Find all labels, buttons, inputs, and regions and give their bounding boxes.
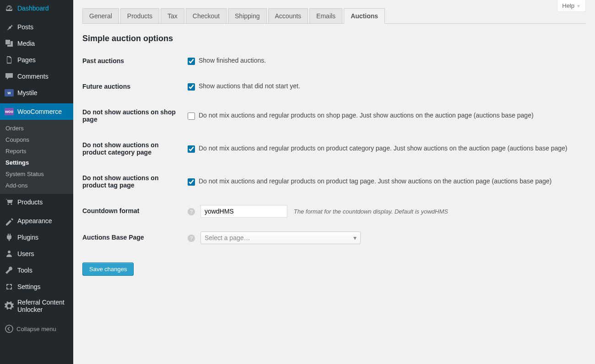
basepage-select[interactable]: Select a page… ▾ xyxy=(200,231,361,244)
past-auctions-checkbox[interactable] xyxy=(188,58,195,65)
tag-page-desc: Do not mix auctions and regular products… xyxy=(199,177,552,185)
menu-plugins[interactable]: Plugins xyxy=(0,229,73,246)
countdown-label: Countdown format xyxy=(82,198,183,225)
woocommerce-submenu: Orders Coupons Reports Settings System S… xyxy=(0,120,73,194)
menu-mystile[interactable]: wMystile xyxy=(0,85,73,101)
future-auctions-label: Future auctions xyxy=(82,74,183,99)
category-page-label: Do not show auctions on product category… xyxy=(82,132,183,165)
submenu-system-status[interactable]: System Status xyxy=(0,168,73,180)
category-page-checkbox[interactable] xyxy=(188,145,195,153)
menu-label: Products xyxy=(17,198,43,206)
tab-accounts[interactable]: Accounts xyxy=(268,8,308,24)
section-title: Simple auction options xyxy=(82,34,586,43)
media-icon xyxy=(5,39,14,48)
menu-referral[interactable]: Referral Content Unlocker xyxy=(0,295,73,317)
past-auctions-desc: Show finished auctions. xyxy=(199,57,266,64)
submenu-reports[interactable]: Reports xyxy=(0,145,73,157)
submenu-coupons[interactable]: Coupons xyxy=(0,134,73,145)
settings-icon xyxy=(5,282,14,291)
help-tip-icon[interactable]: ? xyxy=(188,235,195,242)
submenu-orders[interactable]: Orders xyxy=(0,123,73,134)
help-label: Help xyxy=(562,2,574,9)
submenu-settings[interactable]: Settings xyxy=(0,157,73,168)
shop-page-desc: Do not mix auctions and regular products… xyxy=(199,112,534,119)
collapse-label: Collapse menu xyxy=(16,326,56,332)
settings-form-table: Past auctions Show finished auctions. Fu… xyxy=(82,48,586,251)
settings-tabs: General Products Tax Checkout Shipping A… xyxy=(82,8,586,24)
menu-label: Dashboard xyxy=(17,5,49,12)
pin-icon xyxy=(5,22,14,32)
main-content: Help▼ General Products Tax Checkout Ship… xyxy=(73,0,595,364)
menu-comments[interactable]: Comments xyxy=(0,68,73,85)
woocommerce-icon: woo xyxy=(5,107,14,116)
tab-products[interactable]: Products xyxy=(120,8,159,24)
countdown-desc: The format for the countdown display. De… xyxy=(294,208,448,215)
menu-media[interactable]: Media xyxy=(0,35,73,52)
past-auctions-label: Past auctions xyxy=(82,48,183,74)
menu-label: Pages xyxy=(17,56,36,64)
cart-icon xyxy=(5,198,14,207)
dashboard-icon xyxy=(5,4,14,13)
menu-settings[interactable]: Settings xyxy=(0,278,73,295)
menu-label: Media xyxy=(17,40,35,47)
gear-icon xyxy=(5,301,14,310)
menu-label: Referral Content Unlocker xyxy=(17,299,69,313)
help-tip-icon[interactable]: ? xyxy=(188,208,195,215)
tab-shipping[interactable]: Shipping xyxy=(228,8,267,24)
menu-label: Mystile xyxy=(17,89,38,96)
submenu-addons[interactable]: Add-ons xyxy=(0,180,73,191)
menu-label: Posts xyxy=(17,23,33,31)
future-auctions-checkbox[interactable] xyxy=(188,83,195,91)
menu-label: Tools xyxy=(17,267,32,274)
future-auctions-desc: Show auctions that did not start yet. xyxy=(199,82,300,90)
chevron-down-icon: ▾ xyxy=(353,234,357,241)
tab-auctions[interactable]: Auctions xyxy=(344,8,385,24)
collapse-menu[interactable]: Collapse menu xyxy=(0,321,73,337)
tools-icon xyxy=(5,266,14,275)
tab-tax[interactable]: Tax xyxy=(161,8,184,24)
menu-label: Plugins xyxy=(17,234,38,241)
menu-appearance[interactable]: Appearance xyxy=(0,213,73,229)
chevron-down-icon: ▼ xyxy=(576,4,581,9)
countdown-format-input[interactable] xyxy=(200,205,287,218)
tab-general[interactable]: General xyxy=(82,8,119,24)
menu-label: WooCommerce xyxy=(17,108,62,115)
mystile-icon: w xyxy=(5,88,14,97)
save-changes-button[interactable]: Save changes xyxy=(82,262,134,276)
menu-label: Users xyxy=(17,250,34,257)
admin-sidebar: Dashboard Posts Media Pages Comments wMy… xyxy=(0,0,73,364)
basepage-label: Auctions Base Page xyxy=(82,225,183,251)
menu-tools[interactable]: Tools xyxy=(0,262,73,278)
menu-users[interactable]: Users xyxy=(0,246,73,262)
comments-icon xyxy=(5,72,14,81)
menu-pages[interactable]: Pages xyxy=(0,52,73,68)
collapse-icon xyxy=(5,324,14,333)
menu-label: Settings xyxy=(17,283,41,290)
help-tab[interactable]: Help▼ xyxy=(557,0,586,12)
menu-posts[interactable]: Posts xyxy=(0,19,73,35)
shop-page-label: Do not show auctions on shop page xyxy=(82,99,183,132)
tab-checkout[interactable]: Checkout xyxy=(186,8,227,24)
appearance-icon xyxy=(5,216,14,225)
basepage-placeholder: Select a page… xyxy=(205,234,250,241)
svg-point-0 xyxy=(5,325,13,332)
menu-label: Appearance xyxy=(17,217,52,225)
menu-woocommerce[interactable]: wooWooCommerce xyxy=(0,103,73,120)
users-icon xyxy=(5,249,14,258)
pages-icon xyxy=(5,55,14,64)
menu-label: Comments xyxy=(17,73,49,80)
tag-page-label: Do not show auctions on product tag page xyxy=(82,165,183,198)
shop-page-checkbox[interactable] xyxy=(188,112,195,120)
tag-page-checkbox[interactable] xyxy=(188,178,195,186)
category-page-desc: Do not mix auctions and regular products… xyxy=(199,145,568,152)
plugins-icon xyxy=(5,233,14,242)
menu-dashboard[interactable]: Dashboard xyxy=(0,0,73,16)
menu-products[interactable]: Products xyxy=(0,194,73,210)
tab-emails[interactable]: Emails xyxy=(309,8,342,24)
